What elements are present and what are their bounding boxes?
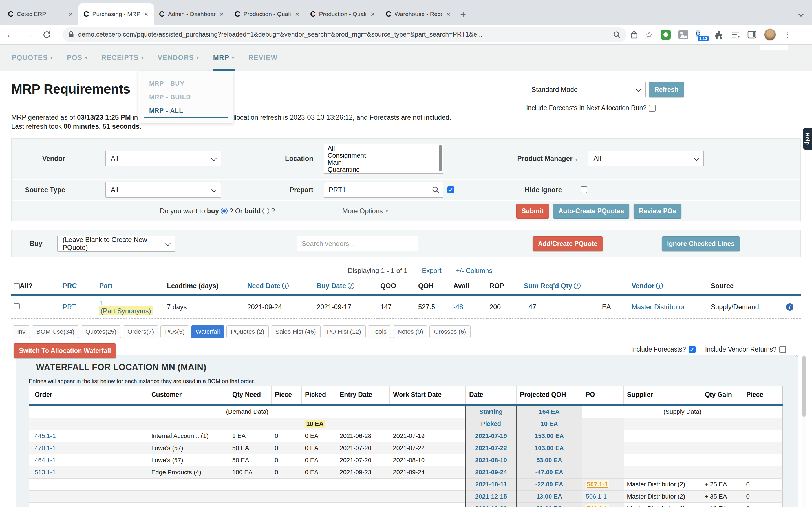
hide-ignore-checkbox[interactable] — [580, 186, 587, 193]
nav-pos[interactable]: POS▼ — [67, 45, 89, 71]
avail-link[interactable]: -48 — [453, 303, 463, 311]
more-options-link[interactable]: More Options ▼ — [342, 207, 389, 215]
po-link[interactable]: 506.1-1 — [586, 493, 607, 500]
wf-date[interactable]: 2021-09-24 — [466, 466, 516, 478]
tab-orders[interactable]: Orders(7) — [123, 325, 158, 338]
order-link[interactable]: 445.1-1 — [35, 432, 56, 439]
wf-date[interactable]: 2021-12-20 — [466, 503, 516, 507]
wf-date[interactable]: 2021-07-22 — [466, 442, 516, 454]
menu-item-mrp-all[interactable]: MRP - ALL — [144, 104, 227, 118]
product-manager-select[interactable]: All — [588, 151, 704, 166]
auto-create-pquotes-button[interactable]: Auto-Create PQuotes — [553, 204, 629, 219]
scrollbar-thumb[interactable] — [802, 356, 806, 416]
vendor-search-input[interactable] — [297, 236, 418, 251]
tab-pos[interactable]: POs(5) — [160, 325, 189, 338]
tab-notes[interactable]: Notes (0) — [393, 325, 427, 338]
info-icon[interactable]: i — [348, 283, 354, 289]
mode-select[interactable]: Standard Mode — [526, 82, 646, 98]
prc-link[interactable]: PRT — [63, 303, 76, 311]
menu-item-mrp-buy[interactable]: MRP - BUY — [139, 77, 233, 91]
extension-icon-green[interactable] — [661, 30, 671, 40]
export-link[interactable]: Export — [422, 267, 441, 274]
tab-close-icon[interactable]: × — [295, 10, 300, 18]
info-icon[interactable]: i — [282, 283, 289, 289]
order-link[interactable]: 470.1-1 — [35, 445, 56, 452]
wf-date[interactable]: 2021-12-15 — [466, 491, 516, 503]
address-bar[interactable]: demo.cetecerp.com/pquote/assisted_purcha… — [63, 27, 626, 42]
tab-close-icon[interactable]: × — [144, 10, 149, 18]
tab-po-hist[interactable]: PO Hist (12) — [322, 325, 366, 338]
tab-bom-use[interactable]: BOM Use(34) — [32, 325, 79, 338]
row-checkbox[interactable] — [13, 303, 20, 309]
info-icon[interactable]: i — [574, 283, 580, 289]
tab-close-icon[interactable]: × — [68, 10, 73, 18]
profile-avatar[interactable] — [764, 29, 776, 41]
sum-req-qty-input[interactable] — [524, 298, 600, 316]
columns-toggle-link[interactable]: +/- Columns — [456, 267, 492, 274]
extension-icon-cetec-version[interactable]: C 1.13 — [696, 29, 707, 40]
select-all-checkbox[interactable] — [13, 283, 20, 289]
tab-tools[interactable]: Tools — [368, 325, 391, 338]
nav-mrp[interactable]: MRP▼ — [213, 45, 236, 71]
new-tab-button[interactable]: + — [460, 10, 466, 20]
col-part[interactable]: Part — [97, 279, 165, 295]
scrollbar-thumb[interactable] — [439, 145, 442, 171]
content-scrollbar[interactable] — [802, 355, 806, 507]
include-forecasts-checkbox[interactable]: ✓ — [689, 346, 696, 353]
browser-tab[interactable]: C Warehouse - Receiving × — [380, 3, 456, 25]
col-prc[interactable]: PRC — [60, 279, 97, 295]
lock-icon[interactable] — [68, 31, 74, 38]
po-link[interactable]: 507.1-1 — [586, 480, 609, 489]
vendor-link[interactable]: Master Distributor — [631, 303, 685, 311]
browser-menu-icon[interactable]: ⋮ — [783, 30, 792, 39]
extension-icon-image[interactable] — [678, 30, 688, 40]
include-vendor-returns-checkbox[interactable] — [779, 346, 786, 353]
search-icon[interactable] — [432, 186, 440, 194]
order-link[interactable]: 513.1-1 — [35, 469, 56, 476]
back-icon[interactable]: ← — [6, 31, 15, 39]
tab-inv[interactable]: Inv — [13, 325, 30, 338]
browser-tab[interactable]: C Production - Quality × — [305, 3, 380, 25]
menu-item-mrp-build[interactable]: MRP - BUILD — [139, 91, 233, 104]
po-link[interactable]: 511.1-1 — [586, 504, 609, 507]
prcpart-input[interactable] — [324, 182, 444, 198]
reading-list-icon[interactable] — [731, 31, 740, 39]
location-option[interactable]: Main — [327, 159, 437, 166]
ignore-checked-lines-button[interactable]: Ignore Checked Lines — [662, 236, 740, 251]
location-listbox[interactable]: All Consignment Main Quarantine — [324, 144, 444, 173]
bookmark-star-icon[interactable]: ☆ — [645, 30, 653, 39]
tab-crosses[interactable]: Crosses (6) — [429, 325, 470, 338]
tab-close-icon[interactable]: × — [370, 10, 375, 18]
browser-tab[interactable]: C Admin - Dashboards × — [154, 3, 230, 25]
col-buy-date[interactable]: Buy Datei — [314, 279, 378, 295]
browser-tab[interactable]: C Production - Quality × — [230, 3, 305, 25]
prcpart-exact-checkbox[interactable]: ✓ — [448, 186, 454, 193]
tab-sales-hist[interactable]: Sales Hist (46) — [271, 325, 320, 338]
build-radio[interactable] — [262, 208, 269, 214]
help-tab[interactable]: Help — [803, 128, 812, 150]
share-icon[interactable] — [630, 31, 638, 39]
browser-tab[interactable]: C Cetec ERP × — [3, 3, 79, 25]
switch-allocation-waterfall-button[interactable]: Switch To Allocation Waterfall — [13, 343, 116, 358]
nav-pquotes[interactable]: PQUOTES▼ — [12, 45, 54, 71]
submit-button[interactable]: Submit — [516, 204, 549, 219]
col-vendor[interactable]: Vendori — [629, 279, 709, 295]
buy-radio[interactable] — [221, 208, 227, 214]
zoom-magnifier-icon[interactable] — [613, 31, 621, 39]
vendor-select[interactable]: All — [105, 151, 221, 166]
order-link[interactable]: 464.1-1 — [35, 457, 56, 464]
part-link[interactable]: 1 — [99, 299, 103, 307]
tab-close-icon[interactable]: × — [219, 10, 224, 18]
location-option[interactable]: Quarantine — [327, 166, 437, 173]
tab-waterfall[interactable]: Waterfall — [191, 325, 224, 338]
location-option[interactable]: Consignment — [327, 152, 437, 159]
nav-review[interactable]: REVIEW — [248, 45, 278, 71]
wf-date[interactable]: 2021-07-19 — [466, 430, 516, 442]
wf-date[interactable]: 2021-08-10 — [466, 454, 516, 466]
review-pos-button[interactable]: Review POs — [633, 204, 681, 219]
tab-search-chevron-icon[interactable] — [797, 12, 805, 17]
location-option[interactable]: All — [327, 145, 437, 152]
col-need-date[interactable]: Need Datei — [245, 279, 314, 295]
forecasts-checkbox[interactable] — [649, 105, 656, 112]
forward-icon[interactable]: → — [24, 31, 33, 39]
